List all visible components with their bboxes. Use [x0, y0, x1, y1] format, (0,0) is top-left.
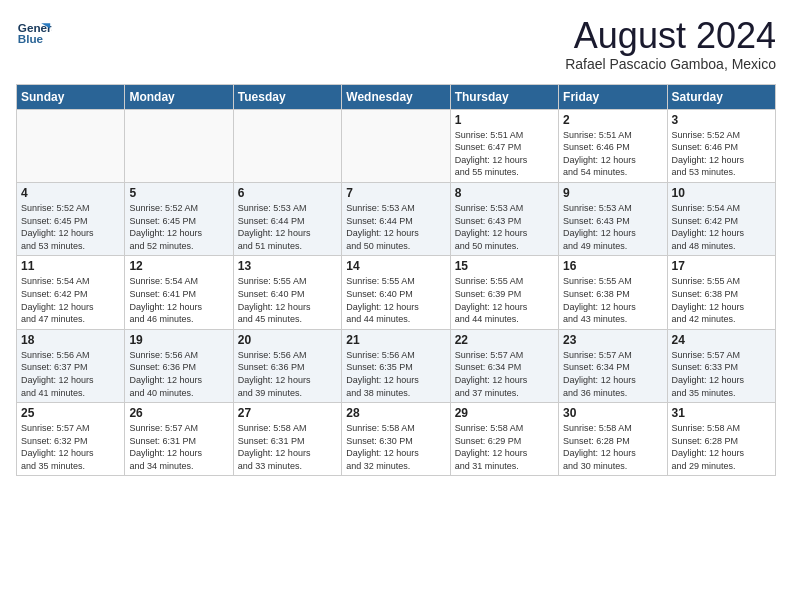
day-number: 2 [563, 113, 662, 127]
day-info: Sunrise: 5:51 AM Sunset: 6:47 PM Dayligh… [455, 129, 554, 179]
calendar-cell: 2Sunrise: 5:51 AM Sunset: 6:46 PM Daylig… [559, 109, 667, 182]
day-info: Sunrise: 5:51 AM Sunset: 6:46 PM Dayligh… [563, 129, 662, 179]
day-number: 28 [346, 406, 445, 420]
weekday-header-thursday: Thursday [450, 84, 558, 109]
day-number: 22 [455, 333, 554, 347]
day-info: Sunrise: 5:55 AM Sunset: 6:38 PM Dayligh… [672, 275, 771, 325]
calendar-cell: 17Sunrise: 5:55 AM Sunset: 6:38 PM Dayli… [667, 256, 775, 329]
weekday-header-friday: Friday [559, 84, 667, 109]
calendar-cell: 13Sunrise: 5:55 AM Sunset: 6:40 PM Dayli… [233, 256, 341, 329]
calendar-title: August 2024 [565, 16, 776, 56]
day-number: 11 [21, 259, 120, 273]
day-number: 13 [238, 259, 337, 273]
day-info: Sunrise: 5:57 AM Sunset: 6:34 PM Dayligh… [455, 349, 554, 399]
logo: General Blue [16, 16, 52, 52]
day-info: Sunrise: 5:56 AM Sunset: 6:35 PM Dayligh… [346, 349, 445, 399]
day-info: Sunrise: 5:54 AM Sunset: 6:42 PM Dayligh… [672, 202, 771, 252]
day-number: 20 [238, 333, 337, 347]
week-row-5: 25Sunrise: 5:57 AM Sunset: 6:32 PM Dayli… [17, 403, 776, 476]
day-info: Sunrise: 5:52 AM Sunset: 6:45 PM Dayligh… [21, 202, 120, 252]
day-number: 8 [455, 186, 554, 200]
calendar-cell [17, 109, 125, 182]
calendar-cell: 25Sunrise: 5:57 AM Sunset: 6:32 PM Dayli… [17, 403, 125, 476]
logo-icon: General Blue [16, 16, 52, 52]
calendar-cell: 24Sunrise: 5:57 AM Sunset: 6:33 PM Dayli… [667, 329, 775, 402]
title-block: August 2024 Rafael Pascacio Gamboa, Mexi… [565, 16, 776, 72]
day-number: 9 [563, 186, 662, 200]
day-info: Sunrise: 5:58 AM Sunset: 6:29 PM Dayligh… [455, 422, 554, 472]
day-number: 5 [129, 186, 228, 200]
calendar-location: Rafael Pascacio Gamboa, Mexico [565, 56, 776, 72]
calendar-cell: 18Sunrise: 5:56 AM Sunset: 6:37 PM Dayli… [17, 329, 125, 402]
calendar-cell: 5Sunrise: 5:52 AM Sunset: 6:45 PM Daylig… [125, 182, 233, 255]
calendar-cell: 31Sunrise: 5:58 AM Sunset: 6:28 PM Dayli… [667, 403, 775, 476]
day-number: 19 [129, 333, 228, 347]
calendar-cell: 14Sunrise: 5:55 AM Sunset: 6:40 PM Dayli… [342, 256, 450, 329]
calendar-cell: 6Sunrise: 5:53 AM Sunset: 6:44 PM Daylig… [233, 182, 341, 255]
calendar-cell: 11Sunrise: 5:54 AM Sunset: 6:42 PM Dayli… [17, 256, 125, 329]
calendar-cell [342, 109, 450, 182]
calendar-cell: 4Sunrise: 5:52 AM Sunset: 6:45 PM Daylig… [17, 182, 125, 255]
day-number: 18 [21, 333, 120, 347]
calendar-cell: 29Sunrise: 5:58 AM Sunset: 6:29 PM Dayli… [450, 403, 558, 476]
day-number: 17 [672, 259, 771, 273]
day-number: 14 [346, 259, 445, 273]
weekday-header-monday: Monday [125, 84, 233, 109]
calendar-cell: 1Sunrise: 5:51 AM Sunset: 6:47 PM Daylig… [450, 109, 558, 182]
day-number: 21 [346, 333, 445, 347]
calendar-cell: 10Sunrise: 5:54 AM Sunset: 6:42 PM Dayli… [667, 182, 775, 255]
weekday-header-sunday: Sunday [17, 84, 125, 109]
day-number: 6 [238, 186, 337, 200]
day-info: Sunrise: 5:55 AM Sunset: 6:40 PM Dayligh… [238, 275, 337, 325]
week-row-2: 4Sunrise: 5:52 AM Sunset: 6:45 PM Daylig… [17, 182, 776, 255]
calendar-cell: 21Sunrise: 5:56 AM Sunset: 6:35 PM Dayli… [342, 329, 450, 402]
day-info: Sunrise: 5:52 AM Sunset: 6:46 PM Dayligh… [672, 129, 771, 179]
calendar-cell: 7Sunrise: 5:53 AM Sunset: 6:44 PM Daylig… [342, 182, 450, 255]
day-info: Sunrise: 5:57 AM Sunset: 6:33 PM Dayligh… [672, 349, 771, 399]
calendar-cell: 12Sunrise: 5:54 AM Sunset: 6:41 PM Dayli… [125, 256, 233, 329]
day-info: Sunrise: 5:56 AM Sunset: 6:37 PM Dayligh… [21, 349, 120, 399]
day-info: Sunrise: 5:58 AM Sunset: 6:30 PM Dayligh… [346, 422, 445, 472]
day-info: Sunrise: 5:57 AM Sunset: 6:34 PM Dayligh… [563, 349, 662, 399]
day-number: 26 [129, 406, 228, 420]
day-number: 25 [21, 406, 120, 420]
day-info: Sunrise: 5:53 AM Sunset: 6:44 PM Dayligh… [346, 202, 445, 252]
day-number: 12 [129, 259, 228, 273]
weekday-header-tuesday: Tuesday [233, 84, 341, 109]
weekday-header-wednesday: Wednesday [342, 84, 450, 109]
day-info: Sunrise: 5:56 AM Sunset: 6:36 PM Dayligh… [129, 349, 228, 399]
day-number: 31 [672, 406, 771, 420]
calendar-cell: 8Sunrise: 5:53 AM Sunset: 6:43 PM Daylig… [450, 182, 558, 255]
day-info: Sunrise: 5:54 AM Sunset: 6:42 PM Dayligh… [21, 275, 120, 325]
calendar-cell: 26Sunrise: 5:57 AM Sunset: 6:31 PM Dayli… [125, 403, 233, 476]
calendar-cell [125, 109, 233, 182]
day-info: Sunrise: 5:55 AM Sunset: 6:38 PM Dayligh… [563, 275, 662, 325]
svg-text:Blue: Blue [18, 32, 44, 45]
day-info: Sunrise: 5:57 AM Sunset: 6:32 PM Dayligh… [21, 422, 120, 472]
day-info: Sunrise: 5:53 AM Sunset: 6:43 PM Dayligh… [455, 202, 554, 252]
day-info: Sunrise: 5:58 AM Sunset: 6:28 PM Dayligh… [563, 422, 662, 472]
calendar-cell: 30Sunrise: 5:58 AM Sunset: 6:28 PM Dayli… [559, 403, 667, 476]
day-info: Sunrise: 5:57 AM Sunset: 6:31 PM Dayligh… [129, 422, 228, 472]
day-number: 3 [672, 113, 771, 127]
calendar-cell: 28Sunrise: 5:58 AM Sunset: 6:30 PM Dayli… [342, 403, 450, 476]
calendar-cell: 15Sunrise: 5:55 AM Sunset: 6:39 PM Dayli… [450, 256, 558, 329]
week-row-4: 18Sunrise: 5:56 AM Sunset: 6:37 PM Dayli… [17, 329, 776, 402]
day-number: 27 [238, 406, 337, 420]
calendar-cell [233, 109, 341, 182]
day-number: 16 [563, 259, 662, 273]
day-info: Sunrise: 5:53 AM Sunset: 6:44 PM Dayligh… [238, 202, 337, 252]
day-number: 10 [672, 186, 771, 200]
page-header: General Blue August 2024 Rafael Pascacio… [16, 16, 776, 72]
calendar-cell: 20Sunrise: 5:56 AM Sunset: 6:36 PM Dayli… [233, 329, 341, 402]
calendar-cell: 22Sunrise: 5:57 AM Sunset: 6:34 PM Dayli… [450, 329, 558, 402]
day-number: 7 [346, 186, 445, 200]
calendar-cell: 9Sunrise: 5:53 AM Sunset: 6:43 PM Daylig… [559, 182, 667, 255]
calendar-cell: 27Sunrise: 5:58 AM Sunset: 6:31 PM Dayli… [233, 403, 341, 476]
calendar-cell: 3Sunrise: 5:52 AM Sunset: 6:46 PM Daylig… [667, 109, 775, 182]
calendar-cell: 23Sunrise: 5:57 AM Sunset: 6:34 PM Dayli… [559, 329, 667, 402]
day-number: 4 [21, 186, 120, 200]
day-info: Sunrise: 5:55 AM Sunset: 6:39 PM Dayligh… [455, 275, 554, 325]
week-row-1: 1Sunrise: 5:51 AM Sunset: 6:47 PM Daylig… [17, 109, 776, 182]
day-number: 1 [455, 113, 554, 127]
